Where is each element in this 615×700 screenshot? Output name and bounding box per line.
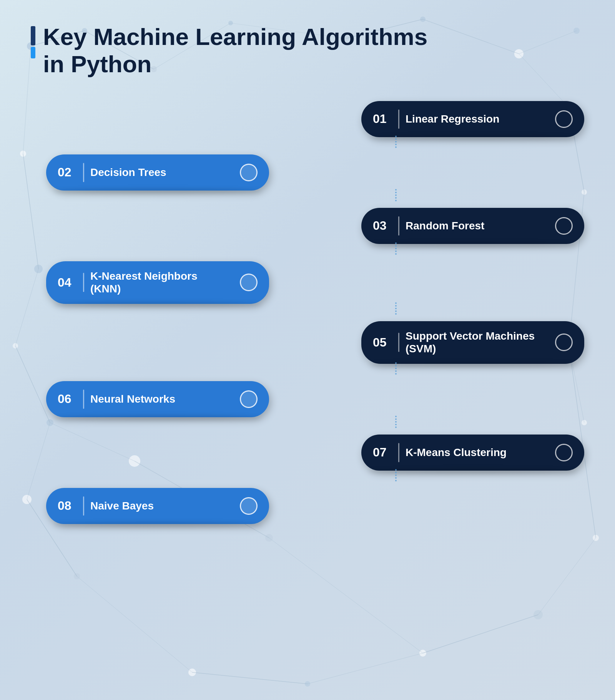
algo-circle-07 <box>555 444 573 461</box>
title-accent-bars <box>31 26 35 58</box>
svg-line-40 <box>192 672 308 684</box>
algo-name-07: K-Means Clustering <box>406 446 545 459</box>
title-accent-bar-dark <box>31 26 35 45</box>
algorithm-list: 01 Linear Regression 02 Decision Trees <box>46 101 584 520</box>
svg-line-41 <box>308 653 423 684</box>
svg-point-15 <box>74 573 80 579</box>
algo-row-04: 04 K-Nearest Neighbors(KNN) <box>46 261 584 304</box>
algo-divider-02 <box>83 163 84 182</box>
algo-row-07: 07 K-Means Clustering <box>46 435 584 471</box>
algo-circle-06 <box>240 390 258 408</box>
algo-circle-05 <box>555 333 573 351</box>
algo-card-02: 02 Decision Trees <box>46 154 269 191</box>
algo-number-01: 01 <box>373 112 392 126</box>
algo-number-07: 07 <box>373 445 392 459</box>
algo-number-04: 04 <box>58 275 77 290</box>
connector-2-3 <box>208 187 584 208</box>
algo-name-05: Support Vector Machines(SVM) <box>406 330 545 355</box>
algo-name-04: K-Nearest Neighbors(KNN) <box>90 270 230 295</box>
algo-number-08: 08 <box>58 499 77 513</box>
title-line2: in Python <box>43 51 151 77</box>
algo-circle-08 <box>240 497 258 515</box>
title-accent-bar-light <box>31 47 35 58</box>
algo-number-02: 02 <box>58 165 77 179</box>
svg-line-39 <box>77 576 192 672</box>
algo-name-02: Decision Trees <box>90 166 230 179</box>
algo-name-06: Neural Networks <box>90 393 230 406</box>
algo-divider-04 <box>83 273 84 292</box>
algo-card-03: 03 Random Forest <box>361 208 584 244</box>
svg-point-17 <box>305 681 310 687</box>
algo-row-05: 05 Support Vector Machines(SVM) <box>46 321 584 364</box>
svg-point-18 <box>419 650 426 657</box>
algo-divider-07 <box>398 443 399 462</box>
svg-line-42 <box>423 615 538 653</box>
algo-divider-03 <box>398 216 399 236</box>
svg-point-16 <box>188 668 196 676</box>
algo-circle-04 <box>240 274 258 291</box>
algo-card-07: 07 K-Means Clustering <box>361 435 584 471</box>
algo-divider-01 <box>398 109 399 129</box>
algo-number-03: 03 <box>373 219 392 233</box>
title-section: Key Machine Learning Algorithms in Pytho… <box>31 23 584 78</box>
algo-row-06: 06 Neural Networks <box>46 381 584 417</box>
algo-divider-05 <box>398 333 399 352</box>
connector-4-5 <box>208 300 584 321</box>
algo-row-01: 01 Linear Regression <box>46 101 584 137</box>
title-line1: Key Machine Learning Algorithms <box>43 23 427 50</box>
algo-divider-06 <box>83 390 84 409</box>
algo-number-06: 06 <box>58 392 77 406</box>
algo-row-02: 02 Decision Trees <box>46 154 584 191</box>
algo-row-08: 08 Naive Bayes <box>46 488 584 524</box>
algo-name-01: Linear Regression <box>406 113 545 126</box>
algo-card-04: 04 K-Nearest Neighbors(KNN) <box>46 261 269 304</box>
algo-card-05: 05 Support Vector Machines(SVM) <box>361 321 584 364</box>
algo-circle-02 <box>240 164 258 181</box>
svg-line-43 <box>538 538 596 615</box>
algo-number-05: 05 <box>373 335 392 350</box>
algo-card-01: 01 Linear Regression <box>361 101 584 137</box>
svg-line-49 <box>269 538 423 653</box>
page-title: Key Machine Learning Algorithms in Pytho… <box>43 23 427 78</box>
algo-card-08: 08 Naive Bayes <box>46 488 269 524</box>
algo-row-03: 03 Random Forest <box>46 208 584 244</box>
algo-name-08: Naive Bayes <box>90 499 230 513</box>
connector-6-7 <box>208 413 584 435</box>
algo-circle-01 <box>555 110 573 128</box>
algo-circle-03 <box>555 217 573 235</box>
algo-name-03: Random Forest <box>406 219 545 232</box>
algo-divider-08 <box>83 496 84 516</box>
svg-point-19 <box>534 610 543 619</box>
algo-card-06: 06 Neural Networks <box>46 381 269 417</box>
